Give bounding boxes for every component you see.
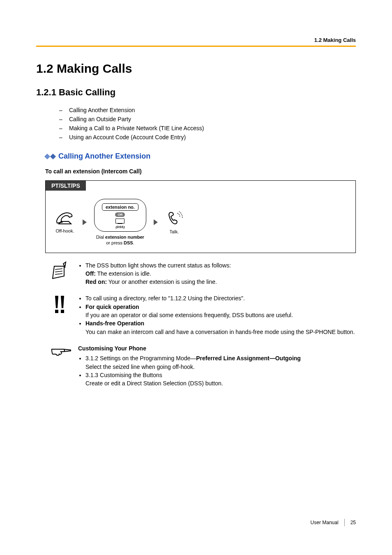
footer-page-number: 25 xyxy=(350,520,356,525)
procedure-title: To call an extension (Intercom Call) xyxy=(45,168,356,175)
list-item: Using an Account Code (Account Code Entr… xyxy=(36,134,356,140)
extension-number-box: extension no. xyxy=(102,203,138,211)
svg-rect-3 xyxy=(55,310,58,313)
note-line: The DSS button light shows the current s… xyxy=(85,261,356,286)
list-item: Calling Another Extension xyxy=(36,107,356,113)
text: Your or another extension is using the l… xyxy=(107,279,217,285)
note-body: The DSS button light shows the current s… xyxy=(78,261,356,286)
note-tips: To call using a directory, refer to "1.1… xyxy=(51,294,356,336)
note-line: For quick operation If you are an operat… xyxy=(85,303,356,320)
page-footer: User Manual 25 xyxy=(311,519,356,526)
text: If you are an operator or dial some exte… xyxy=(85,312,293,318)
phone-off-hook-icon xyxy=(55,211,75,226)
svg-line-2 xyxy=(55,274,62,274)
note-line: Hands-free Operation You can make an int… xyxy=(85,319,356,336)
procedure-steps: Off-hook. extension no. OR (DSS) Dial ex… xyxy=(46,191,355,253)
step-caption: Talk. xyxy=(170,229,179,235)
footer-manual-label: User Manual xyxy=(311,520,339,525)
step-off-hook: Off-hook. xyxy=(55,211,75,234)
text-bold: Preferred Line Assignment—Outgoing xyxy=(196,355,301,362)
header-breadcrumb: 1.2 Making Calls xyxy=(36,37,356,43)
text-bold: extension number xyxy=(105,235,144,240)
note-body: To call using a directory, refer to "1.1… xyxy=(78,294,356,336)
note-status: The DSS button light shows the current s… xyxy=(51,261,356,286)
svg-line-1 xyxy=(55,271,62,272)
diamond-icon xyxy=(44,153,50,159)
text: The extension is idle. xyxy=(96,270,151,277)
diamond-icon xyxy=(50,153,56,159)
text: 3.1.2 Settings on the Programming Mode— xyxy=(85,355,196,362)
text: Select the seized line when going off-ho… xyxy=(85,364,195,370)
step-caption: Dial extension number or press DSS. xyxy=(96,234,144,246)
footer-divider xyxy=(344,519,345,526)
text-bold: Off: xyxy=(85,270,96,277)
list-item: Making a Call to a Private Network (TIE … xyxy=(36,125,356,131)
arrow-icon xyxy=(154,219,158,225)
dss-label: (DSS) xyxy=(116,225,125,229)
note-line: 3.1.3 Customising the Buttons Create or … xyxy=(85,371,356,388)
procedure-box: PT/SLT/PS Off-hook. extension no. OR (DS… xyxy=(45,180,356,253)
text: Dial xyxy=(96,235,105,240)
handset-talk-icon xyxy=(165,210,183,226)
dss-key-icon xyxy=(115,219,125,223)
text: Create or edit a Direct Station Selectio… xyxy=(85,380,223,387)
procedure-tab: PT/SLT/PS xyxy=(46,181,86,191)
text: or press xyxy=(106,240,124,245)
arrow-icon xyxy=(83,219,87,225)
text-bold: For quick operation xyxy=(85,304,139,310)
notepad-icon xyxy=(51,261,71,286)
page: 1.2 Making Calls 1.2 Making Calls 1.2.1 … xyxy=(0,0,392,555)
text: 3.1.3 Customising the Buttons xyxy=(85,372,162,378)
svg-rect-4 xyxy=(61,310,64,313)
note-line: To call using a directory, refer to "1.1… xyxy=(85,294,356,302)
svg-line-0 xyxy=(55,269,62,269)
dial-options: extension no. OR (DSS) xyxy=(94,199,146,232)
note-customise: Customising Your Phone 3.1.2 Settings on… xyxy=(51,344,356,387)
text-bold: Red on: xyxy=(85,279,107,285)
or-label: OR xyxy=(115,212,125,217)
note-body: Customising Your Phone 3.1.2 Settings on… xyxy=(78,344,356,387)
topic-heading: Calling Another Extension xyxy=(45,152,356,161)
customise-heading: Customising Your Phone xyxy=(78,344,356,352)
text: . xyxy=(133,240,134,245)
section-title: 1.2 Making Calls xyxy=(36,62,356,76)
exclaim-icon xyxy=(51,294,71,336)
step-dial: extension no. OR (DSS) Dial extension nu… xyxy=(94,199,146,246)
accent-bar xyxy=(36,46,356,47)
step-caption: Off-hook. xyxy=(55,228,74,234)
hand-point-icon xyxy=(51,344,71,387)
list-item: Calling an Outside Party xyxy=(36,116,356,122)
topic-list: Calling Another Extension Calling an Out… xyxy=(36,107,356,140)
topic-heading-text: Calling Another Extension xyxy=(58,152,150,161)
subsection-title: 1.2.1 Basic Calling xyxy=(36,87,356,98)
text: You can make an intercom call and have a… xyxy=(85,329,355,335)
note-line: 3.1.2 Settings on the Programming Mode—P… xyxy=(85,354,356,371)
text-bold: DSS xyxy=(124,240,133,245)
text: The DSS button light shows the current s… xyxy=(85,262,231,269)
step-talk: Talk. xyxy=(165,210,183,235)
text-bold: Hands-free Operation xyxy=(85,320,144,327)
